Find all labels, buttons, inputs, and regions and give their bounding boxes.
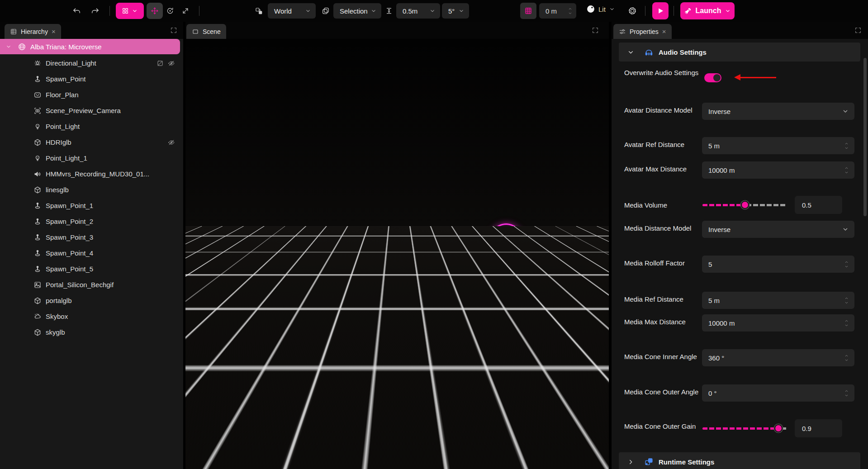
scene-canvas[interactable]: Y X Z F Focus Q E Rotate G — [185, 39, 609, 469]
tree-row-spawn-point-4[interactable]: Spawn_Point_4 — [0, 245, 183, 261]
media-max-distance-input[interactable]: 10000 m — [702, 314, 854, 332]
tree-row-directional-light[interactable]: Directional_Light — [0, 55, 183, 71]
avatar-figure[interactable] — [425, 239, 437, 293]
tree-row-point-light-1[interactable]: Point_Light_1 — [0, 150, 183, 166]
value-stepper[interactable] — [844, 166, 849, 175]
launch-button[interactable]: Launch — [680, 2, 735, 19]
chevron-down-icon — [305, 8, 311, 14]
media-rolloff-factor-input[interactable]: 5 — [702, 256, 854, 273]
media-ref-distance-input[interactable]: 5 m — [702, 292, 854, 309]
tree-row-audio-recording[interactable]: HMMvrs_Recording_MUD30_01... — [0, 166, 183, 182]
chevron-down-icon[interactable] — [5, 43, 12, 50]
tree-row-linesglb[interactable]: linesglb — [0, 182, 183, 198]
value-stepper[interactable] — [844, 354, 849, 362]
row-media-distance-model: Media Distance Model Inverse — [612, 221, 868, 257]
tab-properties[interactable]: Properties × — [613, 24, 672, 39]
portal-object[interactable] — [486, 223, 526, 271]
height-stepper[interactable] — [568, 7, 573, 15]
media-cone-inner-angle-input[interactable]: 360 ° — [702, 349, 854, 366]
transform-space-button[interactable] — [252, 5, 265, 17]
world-space-dropdown[interactable]: World — [268, 3, 316, 19]
pivot-dropdown[interactable]: Selection — [333, 3, 381, 19]
tree-row-point-light[interactable]: Point_Light — [0, 118, 183, 134]
avatar-ref-distance-input[interactable]: 5 m — [702, 137, 854, 154]
value-stepper[interactable] — [844, 389, 849, 398]
media-volume-value[interactable]: 0.5 — [795, 196, 842, 214]
layout-mode-button[interactable] — [116, 3, 144, 19]
gizmo-neg-z-axis[interactable] — [576, 433, 585, 442]
media-cone-outer-gain-slider[interactable] — [702, 424, 787, 432]
tree-row-skyglb[interactable]: skyglb — [0, 324, 183, 340]
viewport-settings-button[interactable] — [626, 5, 639, 17]
close-icon[interactable]: × — [52, 28, 56, 35]
value-stepper[interactable] — [844, 260, 849, 269]
rotate-tool-button[interactable] — [164, 5, 176, 17]
hint-focus: F Focus — [191, 453, 221, 463]
chevron-up-icon — [844, 389, 849, 393]
value-stepper[interactable] — [844, 319, 849, 327]
portal-detail — [495, 241, 499, 251]
undo-button[interactable] — [71, 5, 83, 17]
snap-move-dropdown[interactable]: 0.5m — [396, 3, 440, 19]
tree-row-scene-preview-camera[interactable]: Scene_Preview_Camera — [0, 103, 183, 118]
eye-off-icon[interactable] — [168, 60, 175, 67]
slider-knob[interactable] — [774, 424, 783, 432]
globe-icon — [18, 43, 26, 51]
audio-settings-section-header[interactable]: Audio Settings — [619, 43, 860, 62]
tree-row-spawn-point-3[interactable]: Spawn_Point_3 — [0, 229, 183, 245]
spawn-point-icon — [33, 218, 42, 226]
move-tool-button[interactable] — [147, 3, 163, 19]
tree-row-portal-silicon[interactable]: Portal_Silicon_Bechgif — [0, 277, 183, 293]
expand-panel-icon[interactable] — [854, 27, 862, 34]
shadow-off-icon[interactable] — [157, 60, 164, 67]
gizmo-neg-y-axis[interactable] — [565, 448, 574, 457]
redo-button[interactable] — [89, 5, 101, 17]
tree-row-spawn-point[interactable]: Spawn_Point — [0, 71, 183, 87]
eye-off-icon[interactable] — [168, 139, 175, 146]
tree-row-spawn-point-1[interactable]: Spawn_Point_1 — [0, 198, 183, 213]
avatar-max-distance-input[interactable]: 10000 m — [702, 161, 854, 179]
tree-row-portalglb[interactable]: portalglb — [0, 293, 183, 308]
tree-row-spawn-point-2[interactable]: Spawn_Point_2 — [0, 213, 183, 229]
render-mode-dropdown[interactable]: Lit — [586, 5, 615, 14]
properties-scrollbar[interactable] — [863, 58, 867, 216]
cube-icon — [33, 186, 42, 194]
close-icon[interactable]: × — [662, 28, 666, 35]
runtime-settings-section-header[interactable]: Runtime Settings — [619, 452, 860, 469]
hint-rotate: Q E Rotate — [226, 453, 270, 463]
gizmo-neg-x-axis[interactable] — [552, 432, 562, 442]
tree-row-floor-plan[interactable]: Floor_Plan — [0, 87, 183, 103]
media-cone-outer-gain-value[interactable]: 0.9 — [795, 419, 842, 437]
slider-knob[interactable] — [741, 201, 749, 209]
red-ring-object[interactable] — [343, 224, 420, 337]
media-cone-outer-angle-input[interactable]: 0 ° — [702, 384, 854, 402]
tree-root-row[interactable]: Alba Triana: Microverse — [0, 39, 180, 54]
runtime-squares-icon — [644, 457, 654, 467]
pivot-mode-button[interactable] — [319, 5, 332, 17]
media-volume-slider[interactable] — [702, 201, 787, 209]
skybox-cloud-icon — [33, 313, 42, 321]
scale-tool-button[interactable] — [179, 5, 192, 17]
value-stepper[interactable] — [844, 296, 849, 305]
chevron-up-icon — [568, 7, 573, 11]
grid-snap-toggle-button[interactable] — [520, 3, 536, 19]
gizmo-y-axis[interactable]: Y — [564, 412, 574, 422]
tree-row-hdriglb[interactable]: HDRIglb — [0, 134, 183, 150]
overwrite-audio-toggle[interactable] — [704, 73, 721, 82]
media-distance-model-dropdown[interactable]: Inverse — [702, 221, 854, 238]
tab-hierarchy[interactable]: Hierarchy × — [5, 24, 61, 39]
expand-panel-icon[interactable] — [592, 27, 599, 34]
height-offset-input[interactable]: 0 m — [539, 3, 576, 19]
value-stepper[interactable] — [844, 142, 849, 150]
tree-row-skybox[interactable]: Skybox — [0, 308, 183, 324]
expand-panel-icon[interactable] — [170, 27, 177, 34]
tree-items: Directional_Light Spawn_Point Floor_Plan — [0, 55, 183, 340]
play-button[interactable] — [652, 2, 669, 19]
grid-2x2-icon — [122, 7, 129, 14]
snap-rotate-dropdown[interactable]: 5° — [442, 3, 469, 19]
avatar-distance-model-dropdown[interactable]: Inverse — [702, 103, 854, 120]
snap-height-tool-button[interactable] — [383, 5, 395, 17]
cube-icon — [33, 138, 42, 147]
tree-row-spawn-point-5[interactable]: Spawn_Point_5 — [0, 261, 183, 277]
tab-scene[interactable]: Scene — [186, 24, 226, 39]
